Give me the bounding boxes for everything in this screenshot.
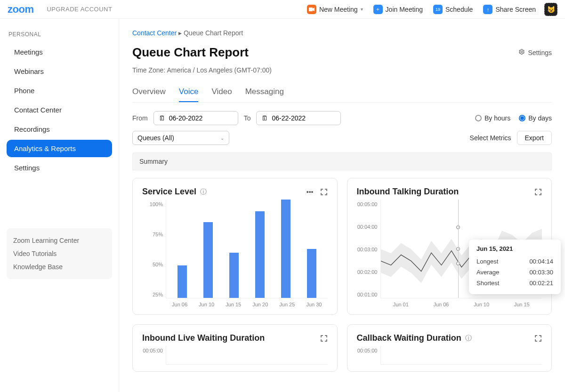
new-meeting-button[interactable]: New Meeting ▾ xyxy=(307,5,363,14)
y-tick: 00:02:00 xyxy=(357,269,378,275)
sidebar-footer-video-tutorials[interactable]: Video Tutorials xyxy=(13,247,105,260)
calendar-icon: 🗓 xyxy=(261,114,268,122)
y-tick: 25% xyxy=(142,292,163,297)
video-icon xyxy=(307,5,316,14)
tooltip-value: 00:04:14 xyxy=(529,258,553,265)
settings-label: Settings xyxy=(528,49,552,56)
y-tick: 00:03:00 xyxy=(357,247,378,252)
x-tick: Jun 01 xyxy=(393,302,409,307)
more-icon[interactable]: ••• xyxy=(307,188,314,196)
join-meeting-button[interactable]: ＋ Join Meeting xyxy=(373,5,423,14)
to-date-field[interactable] xyxy=(272,114,336,122)
info-icon[interactable]: ⓘ xyxy=(200,188,207,196)
y-tick: 00:04:00 xyxy=(357,224,378,230)
card-inbound-live-waiting: Inbound Live Waiting Duration 00:05:00 xyxy=(132,324,338,372)
y-tick: 100% xyxy=(142,201,163,207)
export-button[interactable]: Export xyxy=(517,131,552,145)
bar xyxy=(178,265,187,298)
from-date-input[interactable]: 🗓 xyxy=(153,111,238,125)
gear-icon xyxy=(518,48,525,56)
filter-row: From 🗓 To 🗓 By hours By days xyxy=(132,111,552,125)
sidebar-section-label: PERSONAL xyxy=(8,31,110,38)
x-tick: Jun 25 xyxy=(279,302,295,307)
y-tick: 75% xyxy=(142,232,163,237)
schedule-button[interactable]: 19 Schedule xyxy=(433,5,473,14)
x-tick: Jun 10 xyxy=(199,302,214,307)
sidebar-item-settings[interactable]: Settings xyxy=(7,159,112,176)
y-tick: 50% xyxy=(142,262,163,267)
x-tick: Jun 10 xyxy=(474,302,489,307)
tab-messaging[interactable]: Messaging xyxy=(245,84,284,102)
tooltip-label: Shortest xyxy=(476,280,499,287)
expand-icon[interactable] xyxy=(320,335,328,342)
sidebar-item-contact-center[interactable]: Contact Center xyxy=(7,101,112,119)
bar xyxy=(255,211,265,298)
chart-tooltip: Jun 15, 2021 Longest00:04:14 Average00:0… xyxy=(469,240,561,294)
upgrade-account-link[interactable]: UPGRADE ACCOUNT xyxy=(47,6,112,13)
y-axis: 100% 75% 50% 25% xyxy=(142,200,166,308)
card-callback-waiting: Callback Waiting Duration ⓘ 00:05:00 xyxy=(347,324,552,372)
expand-icon[interactable] xyxy=(534,188,542,196)
zoom-logo: zoom xyxy=(8,3,33,16)
tooltip-date: Jun 15, 2021 xyxy=(476,245,553,252)
chevron-down-icon: ⌄ xyxy=(220,136,224,141)
line-chart-plot xyxy=(380,346,542,365)
sidebar-item-phone[interactable]: Phone xyxy=(7,82,112,99)
from-label: From xyxy=(132,114,148,122)
card-service-level: Service Level ⓘ ••• 100% 75% 50% 25% xyxy=(132,178,338,315)
svg-rect-0 xyxy=(309,8,313,11)
from-date-field[interactable] xyxy=(169,114,233,122)
timezone-text: Time Zone: America / Los Angeles (GMT-07… xyxy=(132,66,552,74)
tab-overview[interactable]: Overview xyxy=(132,84,166,102)
topbar: zoom UPGRADE ACCOUNT New Meeting ▾ ＋ Joi… xyxy=(0,0,565,19)
x-tick: Jun 15 xyxy=(226,302,241,307)
expand-icon[interactable] xyxy=(534,335,542,342)
sidebar-footer-knowledge-base[interactable]: Knowledge Base xyxy=(13,260,105,273)
info-icon[interactable]: ⓘ xyxy=(465,334,472,343)
y-tick: 00:01:00 xyxy=(357,292,378,297)
queues-select-label: Queues (All) xyxy=(137,134,174,142)
to-date-input[interactable]: 🗓 xyxy=(256,111,341,125)
filter-row-2: Queues (All) ⌄ Select Metrics Export xyxy=(132,131,552,145)
y-axis: 00:05:00 00:04:00 00:03:00 00:02:00 00:0… xyxy=(357,200,380,308)
select-metrics-button[interactable]: Select Metrics xyxy=(470,134,511,142)
x-tick: Jun 15 xyxy=(514,302,530,307)
bar xyxy=(229,253,239,298)
bar xyxy=(281,200,291,298)
breadcrumb-current: Queue Chart Report xyxy=(184,29,243,37)
sidebar-item-webinars[interactable]: Webinars xyxy=(7,63,112,80)
y-tick: 00:05:00 xyxy=(357,201,378,207)
bar-chart-plot: Jun 06Jun 10Jun 15Jun 20Jun 25Jun 30 xyxy=(166,200,328,298)
breadcrumb-root[interactable]: Contact Center xyxy=(132,29,177,37)
tooltip-value: 00:02:21 xyxy=(529,280,553,287)
tab-voice[interactable]: Voice xyxy=(179,84,199,102)
queues-select[interactable]: Queues (All) ⌄ xyxy=(132,131,229,145)
sidebar-item-analytics-reports[interactable]: Analytics & Reports xyxy=(7,140,112,157)
y-axis: 00:05:00 xyxy=(142,346,166,365)
radio-by-days[interactable]: By days xyxy=(519,114,552,122)
share-screen-button[interactable]: ↑ Share Screen xyxy=(483,5,536,14)
expand-icon[interactable] xyxy=(320,188,328,196)
sidebar-item-recordings[interactable]: Recordings xyxy=(7,120,112,138)
tooltip-label: Average xyxy=(476,269,499,276)
to-label: To xyxy=(244,114,251,122)
x-axis: Jun 01Jun 06Jun 10Jun 15 xyxy=(381,302,542,307)
sidebar-item-meetings[interactable]: Meetings xyxy=(7,43,112,61)
calendar-icon: 19 xyxy=(433,5,443,14)
radio-dot-icon xyxy=(475,115,482,121)
card-inbound-talking: Inbound Talking Duration 00:05:00 00:04:… xyxy=(347,178,552,315)
tab-video[interactable]: Video xyxy=(211,84,232,102)
settings-link[interactable]: Settings xyxy=(518,48,552,56)
radio-dot-icon xyxy=(519,115,525,121)
radio-by-hours[interactable]: By hours xyxy=(475,114,510,122)
chevron-down-icon: ▾ xyxy=(361,7,363,12)
summary-header: Summary xyxy=(132,152,552,170)
sidebar-footer: Zoom Learning Center Video Tutorials Kno… xyxy=(7,228,112,279)
tooltip-value: 00:03:30 xyxy=(529,269,553,276)
avatar[interactable]: 😺 xyxy=(544,3,557,16)
y-tick: 00:05:00 xyxy=(357,348,378,353)
breadcrumb-separator: ▸ xyxy=(178,29,184,37)
svg-point-1 xyxy=(521,51,523,53)
x-axis: Jun 06Jun 10Jun 15Jun 20Jun 25Jun 30 xyxy=(166,302,328,307)
sidebar-footer-learning-center[interactable]: Zoom Learning Center xyxy=(13,234,105,247)
